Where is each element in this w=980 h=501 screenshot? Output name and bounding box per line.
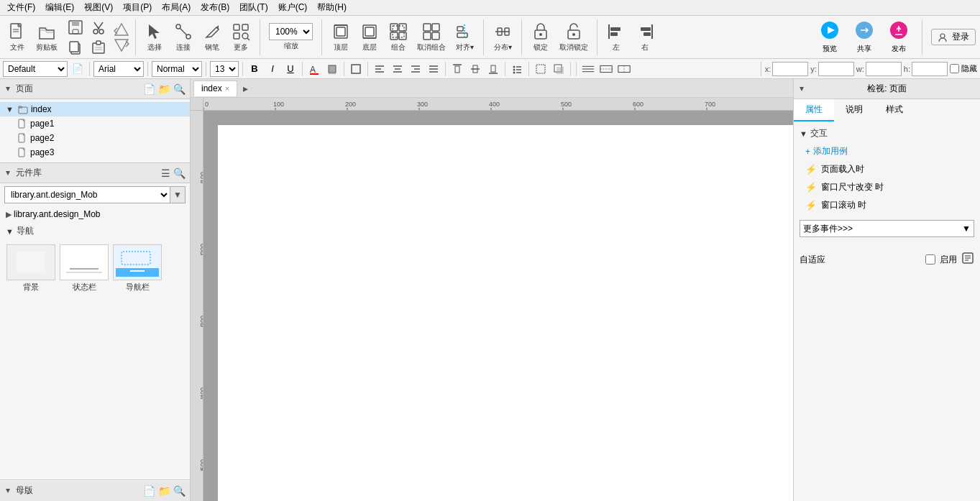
valign-bot-button[interactable] <box>485 61 501 77</box>
menu-help[interactable]: 帮助(H) <box>313 0 351 15</box>
menu-edit[interactable]: 编辑(E) <box>41 0 78 15</box>
zoom-group[interactable]: 100%50%75%150%200% 缩放 <box>266 22 316 52</box>
menu-layout[interactable]: 布局(A) <box>157 0 195 15</box>
align-left-button[interactable]: 左 <box>603 20 629 54</box>
font-weight-select[interactable]: Normal <box>152 61 202 77</box>
event-window-scroll[interactable]: ⚡ 窗口滚动 时 <box>794 196 980 214</box>
copy-button[interactable] <box>65 38 86 57</box>
align-center-text-button[interactable] <box>390 61 406 77</box>
comp-status[interactable]: 状态栏 <box>59 244 109 293</box>
pages-folder-icon[interactable]: 📁 <box>158 83 170 95</box>
publish-button[interactable]: 发布 <box>884 19 913 55</box>
master-folder-icon[interactable]: 📁 <box>158 485 170 497</box>
border-button[interactable] <box>533 61 549 77</box>
tab-notes[interactable]: 说明 <box>834 99 874 121</box>
paste-button[interactable] <box>88 38 109 57</box>
cut-button[interactable] <box>88 18 109 37</box>
y-input[interactable] <box>818 62 854 76</box>
menu-project[interactable]: 项目(P) <box>119 0 156 15</box>
menu-account[interactable]: 账户(C) <box>274 0 312 15</box>
new-style-icon[interactable]: 📄 <box>70 61 86 77</box>
hidden-toggle[interactable]: 隐藏 <box>950 63 977 74</box>
menu-publish[interactable]: 发布(B) <box>196 0 234 15</box>
align-left-text-button[interactable] <box>372 61 388 77</box>
align-justify-text-button[interactable] <box>426 61 441 77</box>
font-select[interactable]: Arial <box>93 61 144 77</box>
align-right-button[interactable]: 右 <box>632 20 658 54</box>
align-button[interactable]: 对齐▾ <box>452 20 477 54</box>
page-item-page2[interactable]: page2 <box>0 131 190 145</box>
canvas-tab-close[interactable]: × <box>225 84 229 93</box>
comp-tree-item-lib[interactable]: ▶ library.ant.design_Mob <box>3 208 187 221</box>
comp-category-nav[interactable]: ▼ 导航 <box>0 222 190 240</box>
comp-search-icon[interactable]: 🔍 <box>173 167 186 179</box>
group-button[interactable]: 组合 <box>385 20 411 54</box>
pen-tool[interactable]: 钢笔 <box>199 20 225 54</box>
more-tools[interactable]: 更多 <box>228 20 254 54</box>
comp-nav[interactable]: 导航栏 <box>112 244 162 293</box>
border-style-button[interactable] <box>348 61 364 77</box>
underline-button[interactable]: U <box>283 61 298 77</box>
connect-tool[interactable]: 连接 <box>170 20 196 54</box>
canvas-tab-more[interactable]: ▸ <box>243 83 248 94</box>
unlock-button[interactable]: 取消锁定 <box>557 20 591 54</box>
page-item-page1[interactable]: page1 <box>0 116 190 131</box>
canvas-tab-index[interactable]: index × <box>193 81 237 96</box>
share-button[interactable]: 共享 <box>850 19 879 55</box>
bold-button[interactable]: B <box>247 61 262 77</box>
font-size-select[interactable]: 13 <box>210 61 239 77</box>
library-dropdown-arrow[interactable]: ▼ <box>170 187 185 203</box>
more-format-button[interactable] <box>580 61 596 77</box>
page-item-index[interactable]: ▼ index <box>0 102 190 116</box>
comp-collapse-icon[interactable] <box>4 170 12 177</box>
master-collapse-icon[interactable] <box>4 487 12 495</box>
valign-mid-button[interactable] <box>467 61 483 77</box>
adaptive-checkbox[interactable] <box>925 254 935 265</box>
top-layer-button[interactable]: 顶层 <box>328 20 354 54</box>
event-window-resize[interactable]: ⚡ 窗口尺寸改变 时 <box>794 178 980 196</box>
tab-style[interactable]: 样式 <box>874 99 915 121</box>
pages-collapse-icon[interactable] <box>4 86 12 93</box>
menu-file[interactable]: 文件(F) <box>3 0 40 15</box>
h-input[interactable] <box>912 62 948 76</box>
library-dropdown[interactable]: library.ant.design_Mob ▼ <box>4 186 186 203</box>
valign-top-button[interactable] <box>449 61 465 77</box>
comp-bg[interactable]: 背景 <box>6 244 56 293</box>
x-input[interactable] <box>772 62 808 76</box>
style-select[interactable]: Default <box>3 61 68 77</box>
new-button[interactable]: 文件 <box>4 20 30 54</box>
ungroup-button[interactable]: 取消组合 <box>414 20 449 54</box>
more-events-dropdown[interactable]: 更多事件>>> ▼ <box>800 220 974 237</box>
tab-properties[interactable]: 属性 <box>794 99 834 121</box>
adaptive-settings-icon[interactable] <box>961 252 974 267</box>
bottom-layer-button[interactable]: 底层 <box>357 20 383 54</box>
w-input[interactable] <box>866 62 902 76</box>
pages-search-icon[interactable]: 🔍 <box>173 83 186 95</box>
library-select[interactable]: library.ant.design_Mob <box>5 189 170 201</box>
menu-team[interactable]: 团队(T) <box>235 0 272 15</box>
menu-view[interactable]: 视图(V) <box>80 0 117 15</box>
more-format3-button[interactable] <box>616 61 632 77</box>
event-page-load[interactable]: ⚡ 页面载入时 <box>794 160 980 178</box>
interaction-section-header[interactable]: ▼ 交互 <box>794 124 980 142</box>
italic-button[interactable]: I <box>265 61 280 77</box>
right-panel-collapse-icon[interactable] <box>798 86 805 93</box>
canvas-scroll[interactable] <box>203 111 793 501</box>
open-button[interactable]: 剪贴板 <box>33 20 60 54</box>
fill-color-button[interactable] <box>324 61 340 77</box>
master-add-icon[interactable]: 📄 <box>143 485 155 497</box>
distribute-button[interactable]: 分布▾ <box>490 20 516 54</box>
add-usecase-button[interactable]: + 添加用例 <box>794 142 980 160</box>
preview-button[interactable]: 预览 <box>815 19 844 55</box>
font-color-button[interactable]: A <box>306 61 322 77</box>
pages-add-icon[interactable]: 📄 <box>143 83 155 95</box>
lock-button[interactable]: 锁定 <box>528 20 554 54</box>
save-button[interactable] <box>65 18 86 37</box>
align-right-text-button[interactable] <box>408 61 423 77</box>
comp-menu-icon[interactable]: ☰ <box>161 167 170 179</box>
hidden-checkbox[interactable] <box>950 64 959 73</box>
master-search-icon[interactable]: 🔍 <box>173 485 186 497</box>
zoom-select[interactable]: 100%50%75%150%200% <box>269 23 313 40</box>
shadow-button[interactable] <box>551 61 567 77</box>
select-tool[interactable]: 选择 <box>142 20 168 54</box>
